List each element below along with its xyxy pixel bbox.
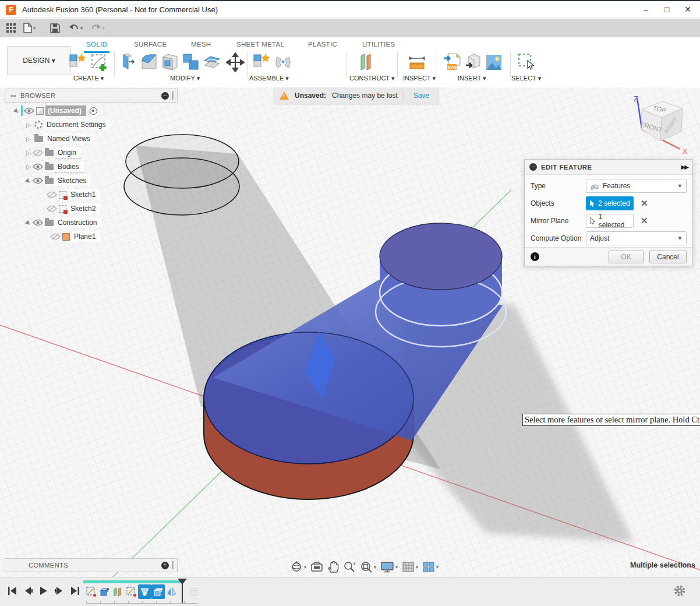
timeline-plane1-item[interactable] [111,584,125,599]
file-menu-button[interactable]: ▾ [23,21,36,35]
expander-icon[interactable]: ▷ [24,150,33,156]
create-sketch-icon[interactable] [90,52,108,72]
dialog-expand-icon[interactable]: ▶▶ [681,164,688,170]
modify-group-label[interactable]: MODIFY ▾ [170,75,200,82]
comments-panel-header[interactable]: COMMENTS + [5,558,178,572]
construct-group-label[interactable]: CONSTRUCT ▾ [349,75,394,82]
combine-icon[interactable] [182,52,200,72]
cancel-button[interactable]: Cancel [649,251,687,263]
shell-icon[interactable] [161,52,179,72]
app-grid-icon[interactable] [6,21,16,35]
info-icon[interactable]: i [531,252,539,261]
minimize-button[interactable]: – [636,1,656,17]
objects-selection-chip[interactable]: 2 selected [586,196,634,210]
close-button[interactable]: ✕ [678,1,698,17]
collapse-panel-icon[interactable]: ◂◂ [10,93,16,98]
orbit-tool-icon[interactable]: ▾ [290,561,306,573]
viewports-icon[interactable]: ▾ [422,561,439,573]
redo-button[interactable]: ▾ [91,21,105,35]
ok-button[interactable]: OK [609,251,644,263]
timeline-suppressed-item[interactable] [188,584,201,599]
save-link[interactable]: Save [410,91,433,100]
play-button[interactable] [38,586,49,596]
press-pull-icon[interactable] [119,52,137,72]
select-icon[interactable] [517,52,536,72]
timeline-revolve-item-selected[interactable] [138,584,151,599]
inspect-group-label[interactable]: INSPECT ▾ [403,75,436,82]
panel-grip[interactable] [172,91,174,100]
tree-row-plane1[interactable]: Plane1 [5,230,179,244]
eye-off-icon[interactable] [47,205,57,212]
tree-row-bodies[interactable]: ▷ Bodies [5,160,179,174]
create-solid-icon[interactable] [68,52,86,72]
tree-row-document-settings[interactable]: ▷ Document Settings [5,118,179,132]
tree-row-origin[interactable]: ▷ Origin [5,146,179,160]
tree-row-root[interactable]: ▶ (Unsaved) [5,104,179,118]
timeline-sketch2-item[interactable] [125,584,138,599]
objects-clear-icon[interactable]: ✕ [641,198,648,209]
eye-icon[interactable] [33,177,43,184]
construct-plane-icon[interactable] [356,52,375,72]
assemble-group-label[interactable]: ASSEMBLE ▾ [249,75,289,82]
type-dropdown[interactable]: Features ▼ [586,179,687,193]
tree-row-construction[interactable]: ▶ Construction [5,216,179,230]
add-comment-icon[interactable]: + [161,562,169,569]
insert-svg-icon[interactable]: SVG [443,52,461,72]
compute-option-dropdown[interactable]: Adjust ▼ [586,231,687,245]
dialog-header[interactable]: – EDIT FEATURE ▶▶ [525,160,692,175]
look-at-tool-icon[interactable] [310,561,323,573]
fit-tool-icon[interactable]: ▾ [360,561,376,573]
fillet-icon[interactable] [140,52,158,72]
insert-mesh-icon[interactable] [464,52,482,72]
eye-off-icon[interactable] [50,233,61,240]
expander-icon[interactable]: ▷ [24,136,33,142]
tree-label-root[interactable]: (Unsaved) [45,105,86,116]
maximize-button[interactable]: □ [657,1,677,17]
expander-icon[interactable]: ▷ [24,122,33,128]
pan-tool-icon[interactable] [327,561,339,573]
display-settings-icon[interactable]: ▾ [380,561,398,573]
workspace-selector[interactable]: DESIGN ▾ [7,46,71,75]
eye-icon[interactable] [33,163,43,170]
insert-group-label[interactable]: INSERT ▾ [458,75,486,82]
ribbon-tab-solid[interactable]: SOLID [84,39,109,53]
viewport-3d[interactable]: Unsaved: Changes may be lost Save ◂◂ BRO… [0,87,700,577]
minimize-panel-icon[interactable]: – [161,92,169,100]
step-back-button[interactable] [23,586,33,596]
panel-grip[interactable] [172,561,174,569]
go-to-end-button[interactable] [70,586,80,596]
move-copy-icon[interactable] [226,52,245,72]
timeline-extrude1-item[interactable] [98,584,111,599]
grid-settings-icon[interactable]: ▾ [402,561,418,573]
ribbon-tab-sheet-metal[interactable]: SHEET METAL [234,39,287,51]
go-to-start-button[interactable] [7,586,17,596]
zoom-tool-icon[interactable]: ± [343,561,356,573]
activate-component-radio[interactable] [90,107,97,115]
step-forward-button[interactable] [54,586,65,596]
ribbon-tab-plastic[interactable]: PLASTIC [306,39,340,51]
mirror-plane-selection-chip[interactable]: 1 selected [586,214,634,228]
timeline-sketch1-item[interactable] [84,584,98,599]
eye-icon[interactable] [33,219,43,226]
eye-off-icon[interactable] [47,191,57,198]
tree-row-sketches[interactable]: ▶ Sketches [5,174,179,188]
mirror-plane-clear-icon[interactable]: ✕ [641,216,648,226]
measure-icon[interactable] [408,52,426,72]
timeline-extrude2-item-selected[interactable] [151,584,165,599]
new-component-icon[interactable] [252,52,270,72]
insert-canvas-icon[interactable] [485,52,503,72]
save-button[interactable] [50,21,60,35]
timeline-settings-gear-icon[interactable] [673,584,686,600]
eye-off-icon[interactable] [33,149,43,156]
ribbon-tab-mesh[interactable]: MESH [189,39,213,51]
upper-cylinder-top-face[interactable] [380,223,502,290]
undo-button[interactable]: ▾ [69,21,83,35]
tree-row-named-views[interactable]: ▷ Named Views [5,132,179,146]
offset-face-icon[interactable] [203,52,221,72]
expander-icon[interactable]: ▷ [24,164,33,170]
ribbon-tab-surface[interactable]: SURFACE [132,39,169,51]
eye-icon[interactable] [24,107,34,114]
ribbon-tab-utilities[interactable]: UTILITIES [360,39,397,51]
view-cube[interactable]: TOP FRONT RIGHT Z X [624,93,694,163]
dialog-minimize-icon[interactable]: – [529,163,537,171]
